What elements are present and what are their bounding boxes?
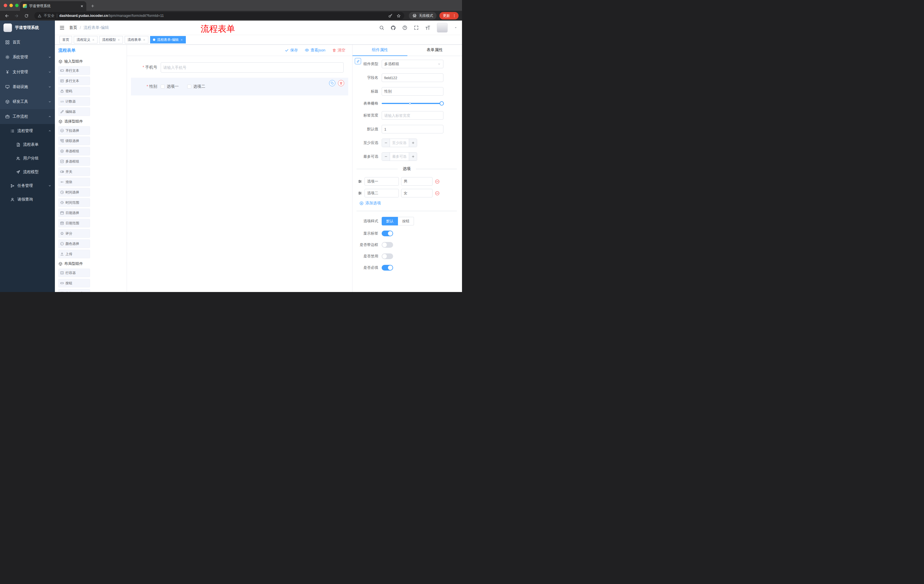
drag-handle-icon[interactable]: [358, 179, 362, 184]
drag-handle-icon[interactable]: [358, 191, 362, 196]
sidebar-toggle-button[interactable]: [59, 25, 64, 30]
back-button[interactable]: [3, 12, 10, 19]
component-time[interactable]: 时间选择: [58, 188, 90, 197]
style-button-button[interactable]: 按钮: [398, 217, 414, 225]
address-bar[interactable]: 不安全 dashboard.yudao.iocoder.cn/bpm/manag…: [34, 12, 404, 20]
component-radio-group[interactable]: 单选框组: [58, 147, 90, 155]
sidebar-item-payment[interactable]: 支付管理: [0, 64, 55, 79]
gender-option-2[interactable]: 选项二: [187, 84, 205, 89]
border-switch[interactable]: [382, 242, 393, 248]
breadcrumb-home[interactable]: 首页: [69, 25, 77, 30]
component-multi-text[interactable]: 多行文本: [58, 77, 90, 85]
browser-tab[interactable]: 芋道管理系统: [20, 1, 86, 11]
component-password[interactable]: 密码: [58, 87, 90, 95]
kebab-menu-icon[interactable]: [452, 14, 456, 18]
sidebar-item-task-mgmt[interactable]: 任务管理: [0, 179, 55, 192]
save-button[interactable]: 保存: [285, 48, 298, 53]
sidebar-item-devtools[interactable]: 研发工具: [0, 94, 55, 109]
link-button[interactable]: [355, 58, 361, 64]
phone-input[interactable]: [161, 62, 344, 72]
component-cascader[interactable]: 级联选择: [58, 137, 90, 145]
remove-option-button[interactable]: [435, 191, 440, 196]
component-type-select[interactable]: 多选框组: [382, 60, 444, 68]
view-json-button[interactable]: 查看json: [305, 48, 325, 53]
checkbox[interactable]: [187, 85, 191, 89]
forward-button[interactable]: [13, 12, 20, 19]
component-color[interactable]: 颜色选择: [58, 239, 90, 248]
checkbox[interactable]: [161, 85, 165, 89]
sidebar-item-workflow[interactable]: 工作流程: [0, 109, 55, 124]
component-upload[interactable]: 上传: [58, 250, 90, 258]
sidebar-item-infra[interactable]: 基础设施: [0, 79, 55, 94]
decrease-button[interactable]: [382, 153, 390, 161]
github-button[interactable]: [391, 25, 396, 31]
key-icon[interactable]: [388, 14, 393, 18]
label-width-input[interactable]: [382, 111, 444, 120]
min-select-input[interactable]: [390, 139, 409, 147]
component-counter[interactable]: 计数器: [58, 97, 90, 106]
bookmark-star-icon[interactable]: [396, 14, 401, 18]
tag-close-icon[interactable]: [143, 39, 145, 41]
option-1-value-input[interactable]: [401, 177, 432, 186]
caret-down-icon[interactable]: [454, 26, 457, 30]
avatar[interactable]: [437, 23, 448, 33]
component-row-container[interactable]: 行容器: [58, 268, 90, 277]
title-input[interactable]: [382, 87, 444, 96]
sidebar-item-process-mgmt[interactable]: 流程管理: [0, 124, 55, 138]
help-button[interactable]: [402, 25, 408, 30]
default-value-input[interactable]: [382, 125, 444, 133]
widget-phone[interactable]: 手机号: [131, 60, 348, 75]
grid-slider[interactable]: [382, 103, 444, 104]
close-window-button[interactable]: [4, 4, 7, 7]
component-time-range[interactable]: 时间范围: [58, 198, 90, 207]
tab-close-icon[interactable]: [80, 5, 84, 8]
style-default-button[interactable]: 默认: [382, 217, 398, 225]
tag-process-form-edit[interactable]: 流程表单-编辑: [150, 36, 186, 43]
tag-process-form[interactable]: 流程表单: [125, 36, 148, 43]
copy-widget-button[interactable]: [329, 80, 335, 86]
component-date[interactable]: 日期选择: [58, 209, 90, 217]
increase-button[interactable]: [409, 153, 417, 161]
option-2-value-input[interactable]: [401, 189, 432, 197]
font-size-button[interactable]: [425, 25, 431, 31]
required-switch[interactable]: [382, 265, 393, 271]
component-slider[interactable]: 滑块: [58, 178, 90, 186]
option-2-name-input[interactable]: [365, 189, 399, 197]
component-editor[interactable]: 编辑器: [58, 107, 90, 116]
tag-process-model[interactable]: 流程模型: [99, 36, 123, 43]
tag-close-icon[interactable]: [117, 39, 120, 41]
add-option-button[interactable]: 添加选项: [360, 201, 457, 206]
sidebar-item-user-group[interactable]: 用户分组: [0, 151, 55, 165]
sidebar-item-process-form[interactable]: 流程表单: [0, 138, 55, 151]
clear-button[interactable]: 清空: [332, 48, 345, 53]
increase-button[interactable]: [409, 139, 417, 147]
component-date-range[interactable]: 日期范围: [58, 219, 90, 227]
sidebar-item-process-model[interactable]: 流程模型: [0, 165, 55, 179]
option-1-name-input[interactable]: [365, 177, 399, 186]
sidebar-item-leave-query[interactable]: 请假查询: [0, 192, 55, 206]
show-label-switch[interactable]: [382, 230, 393, 236]
decrease-button[interactable]: [382, 139, 390, 147]
component-checkbox-group[interactable]: 多选框组: [58, 157, 90, 166]
component-select[interactable]: 下拉选择: [58, 126, 90, 135]
delete-widget-button[interactable]: [338, 80, 344, 86]
fullscreen-button[interactable]: [414, 25, 419, 30]
update-button[interactable]: 更新: [439, 12, 459, 20]
search-button[interactable]: [379, 25, 384, 30]
tab-form-props[interactable]: 表单属性: [408, 44, 462, 56]
sidebar-item-system[interactable]: 系统管理: [0, 50, 55, 64]
component-rate[interactable]: 评分: [58, 229, 90, 238]
minimize-window-button[interactable]: [10, 4, 13, 7]
component-switch[interactable]: 开关: [58, 168, 90, 176]
component-single-text[interactable]: 单行文本: [58, 66, 90, 75]
tag-process-definition[interactable]: 流程定义: [74, 36, 97, 43]
tag-home[interactable]: 首页: [59, 36, 72, 43]
component-button[interactable]: 按钮: [58, 279, 90, 288]
disabled-switch[interactable]: [382, 253, 393, 259]
component-table[interactable]: 表格[开发中]: [58, 289, 90, 292]
sidebar-item-home[interactable]: 首页: [0, 35, 55, 50]
slider-handle[interactable]: [439, 102, 444, 106]
gender-option-1[interactable]: 选项一: [161, 84, 179, 89]
tag-close-icon[interactable]: [180, 39, 183, 41]
remove-option-button[interactable]: [435, 179, 440, 184]
